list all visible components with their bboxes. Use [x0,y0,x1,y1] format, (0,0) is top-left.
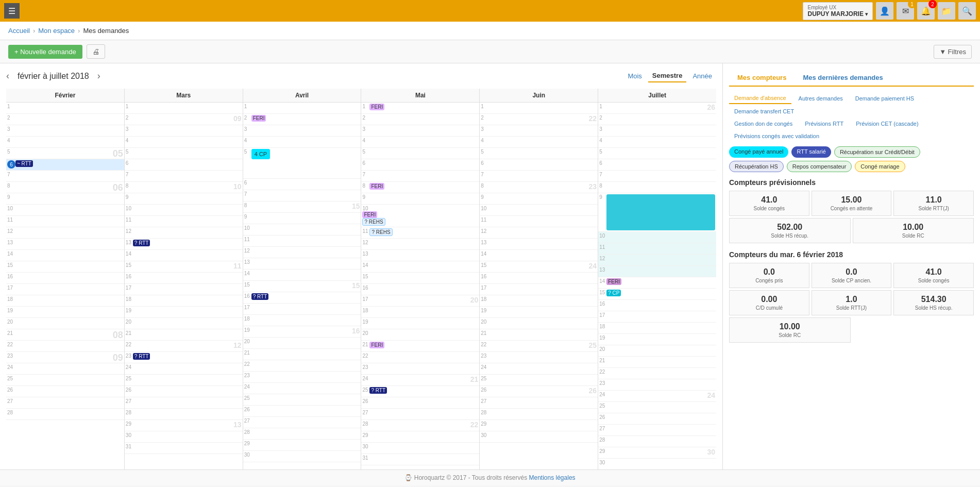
legend-cmar[interactable]: Congé mariage [855,161,905,172]
cal-day: 209 [125,114,243,125]
cal-day: 13 [361,250,479,261]
view-mois-button[interactable]: Mois [623,70,646,82]
counter-val-solde-cp-ancien: 0.0 [815,267,888,277]
cal-day: 22 [243,360,361,372]
sub-tab-don-conges[interactable]: Gestion don de congés [729,119,798,129]
tab-mes-demandes[interactable]: Mes dernières demandes [795,70,891,87]
calendar-event-feri6[interactable]: FERI [606,278,621,285]
month-avril: Avril 1 2 FERI 3 4 5 4 CP 6 7 815 9 10 1… [243,89,362,469]
filter-button[interactable]: ▼ Filtres [934,45,972,59]
tab-mes-compteurs[interactable]: Mes compteurs [729,70,795,87]
calendar-prev-button[interactable]: ‹ [6,71,9,81]
counter-conges-attente: 15.00 Congés en attente [812,191,892,216]
cal-day: 2913 [125,420,243,431]
cal-day: 14 [243,270,361,281]
cal-day: 16 [6,273,124,284]
calendar-event-cp[interactable]: 4 CP [251,149,270,159]
view-annee-button[interactable]: Année [688,70,716,82]
calendar-event-rehs2[interactable]: ? REHS [369,228,392,236]
calendar-event-feri4[interactable]: FERI [362,211,377,218]
cal-day: 19 [598,334,716,345]
search-icon-button[interactable]: 🔍 [958,2,976,20]
sub-tab-paiement-hs[interactable]: Demande paiement HS [850,93,919,104]
user-info[interactable]: Employé UX DUPUY MARJORIE ▾ [803,2,873,20]
mail-icon-button[interactable]: ✉ 1 [897,2,914,20]
breadcrumb-mon-espace[interactable]: Mon espace [38,27,75,35]
calendar-next-button[interactable]: › [97,71,100,81]
sub-tab-demande-absence[interactable]: Demande d'absence [729,93,791,104]
calendar-event-rtt4[interactable]: ? RTT [251,293,269,300]
people-icon-button[interactable]: 👤 [876,2,893,20]
cal-day: 3 [361,125,479,137]
cal-day: 7 [361,171,479,182]
cal-day: 17 [480,284,598,295]
calendar-event-rehs[interactable]: ? REHS [362,218,385,226]
cal-day: 9 [480,193,598,205]
sub-tab-prev-cet[interactable]: Prévision CET (cascade) [851,119,923,129]
cal-day: 10 [598,232,716,243]
counters-prev-title: Compteurs prévisionnels [729,178,974,187]
calendar-event-feri[interactable]: FERI [251,115,266,122]
bell-icon: 🔔 [921,6,931,16]
counter-val-solde-rtt-date: 1.0 [815,295,888,304]
cal-day: 27 [598,425,716,436]
cal-day: 10 [243,224,361,236]
month-header-mai: Mai [361,89,479,103]
legend-cp[interactable]: Congé payé annuel [729,146,788,158]
footer: ⌚ Horoquartz © 2017 - Tous droits réserv… [0,469,980,485]
cal-day: 2 [598,114,716,125]
calendar-event-rtt3[interactable]: ? RTT [133,353,150,360]
cal-day: 16 [480,273,598,284]
legend-repos[interactable]: Repos compensateur [787,161,852,172]
cal-day: 18 [361,307,479,318]
legend-recup-cd[interactable]: Récupération sur Crédit/Débit [834,146,920,158]
calendar-event-cp2[interactable]: ? CP [606,290,621,296]
cp-block[interactable] [606,194,715,230]
month-header-juin: Juin [480,89,598,103]
calendar-event-rtt2[interactable]: ? RTT [133,240,150,246]
cal-day: 505 [6,148,124,159]
sub-tab-autres[interactable]: Autres demandes [793,93,848,104]
counter-val-conges-pris: 0.0 [733,267,806,277]
counter-lbl-solde-rc-date: Solde RC [733,332,847,338]
top-nav-left: ☰ [4,3,20,19]
cal-day: 2212 [125,341,243,352]
counter-val-solde-conges: 41.0 [733,195,806,205]
calendar-event-rtt5[interactable]: ? RTT [369,387,387,394]
sub-tab-prev-rtt[interactable]: Prévisions RTT [800,119,849,129]
breadcrumb-accueil[interactable]: Accueil [8,27,30,35]
calendar-event-rtt[interactable]: ~ RTT [15,160,33,167]
cal-day: 4 [125,137,243,148]
cal-day: 25 [243,394,361,406]
counter-solde-rtt-date: 1.0 Solde RTT(J) [812,290,892,315]
cal-day: 222 [480,114,598,125]
cal-day: 10 [125,205,243,216]
notification-icon-button[interactable]: 🔔 2 [917,2,935,20]
cal-day: 5 [480,148,598,159]
hamburger-button[interactable]: ☰ [4,3,20,19]
sub-tab-prev-conges[interactable]: Prévisions congés avec validation [729,131,824,141]
calendar-event-feri3[interactable]: FERI [369,183,384,190]
cal-day: 20 [598,345,716,357]
cal-day: 4 [6,137,124,148]
print-button[interactable]: 🖨 [87,44,105,59]
folder-icon-button[interactable]: 📁 [938,2,955,20]
counter-val-solde-hs: 502.00 [733,223,847,232]
footer-mentions-legales[interactable]: Mentions légales [529,474,576,481]
view-semestre-button[interactable]: Semestre [648,70,687,82]
cal-day: 31 [125,443,243,454]
calendar-event-feri5[interactable]: FERI [369,342,384,348]
cal-day: 13 [598,266,716,277]
cal-day: 11 [598,243,716,255]
legend-rtt[interactable]: RTT salarié [791,146,831,158]
cal-day: 12 [598,255,716,266]
counter-solde-conges-date: 41.0 Solde congés [893,263,974,288]
top-navigation: ☰ Employé UX DUPUY MARJORIE ▾ 👤 ✉ 1 🔔 2 … [0,0,980,22]
cal-day: 823 [480,182,598,193]
calendar-event-feri2[interactable]: FERI [369,104,384,110]
cal-day: 27 [125,397,243,409]
legend-recup-hs[interactable]: Récupération HS [729,161,784,172]
sub-tab-transfert-cet[interactable]: Demande transfert CET [729,106,799,116]
new-demand-button[interactable]: + Nouvelle demande [8,45,82,59]
cal-day: 15 ? CP [598,289,716,300]
